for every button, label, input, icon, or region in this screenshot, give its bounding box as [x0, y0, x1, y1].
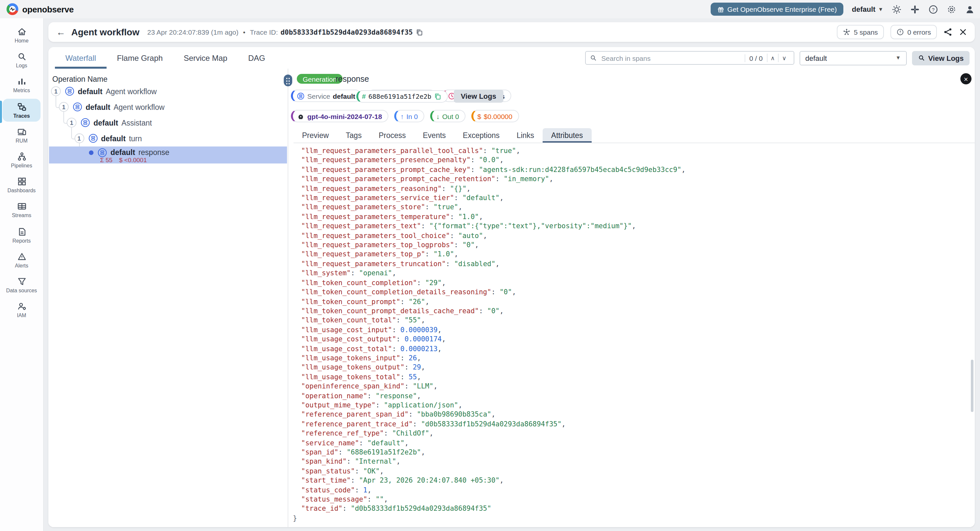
attribute-line: "output_mime_type": "application/json",: [293, 400, 975, 410]
openobserve-logo[interactable]: openobserve: [6, 3, 73, 15]
sidebar-item-reports[interactable]: Reports: [3, 223, 41, 246]
user-avatar-icon[interactable]: [965, 4, 975, 14]
sidebar-item-label: RUM: [16, 138, 27, 144]
active-item-accent: [0, 100, 2, 123]
theme-toggle-icon[interactable]: [892, 4, 902, 14]
sidebar-item-pipelines[interactable]: Pipelines: [3, 148, 41, 171]
tab-links[interactable]: Links: [508, 128, 542, 143]
attribute-line: "span_status": "OK",: [293, 466, 975, 476]
sidebar-item-label: Home: [15, 38, 29, 44]
attribute-line: "llm_request_parameters_temperature": "1…: [293, 212, 975, 222]
tab-dag[interactable]: DAG: [238, 47, 275, 69]
span-row[interactable]: 1 default Assistant: [67, 116, 152, 129]
help-icon[interactable]: ?: [928, 4, 938, 14]
dollar-icon: $: [477, 112, 481, 120]
reports-document-icon: [17, 226, 27, 236]
model-name: gpt-4o-mini-2024-07-18: [307, 112, 382, 120]
span-row[interactable]: 1 default turn: [74, 132, 142, 145]
trace-title: Agent workflow: [71, 27, 139, 37]
pipelines-icon: [17, 152, 27, 161]
attribute-line: "span_id": "688e6191a51f2e2b",: [293, 447, 975, 457]
sidebar-item-label: Traces: [13, 113, 30, 119]
span-detail-panel: Generation response × Service default Du…: [288, 69, 975, 527]
tokens-in-value: In 0: [406, 112, 418, 120]
enterprise-button[interactable]: Get OpenObserve Enterprise (Free): [710, 3, 843, 16]
streams-table-icon: [17, 202, 27, 212]
share-icon[interactable]: [943, 27, 953, 37]
sidebar-item-label: Pipelines: [11, 163, 32, 169]
tab-waterfall[interactable]: Waterfall: [55, 47, 107, 69]
settings-gear-icon[interactable]: [947, 4, 956, 14]
search-prev-button[interactable]: ∧: [767, 54, 778, 62]
span-type-icon: [97, 147, 107, 157]
spans-icon: [843, 28, 851, 36]
cost-chip: $ $0.00000: [471, 110, 519, 122]
token-total: Σ 55: [100, 156, 113, 163]
close-detail-button[interactable]: ×: [960, 73, 972, 85]
search-next-button[interactable]: ∨: [778, 54, 789, 62]
chevron-down-icon: ▼: [896, 55, 901, 61]
span-row[interactable]: 1 default Agent workflow: [51, 85, 157, 98]
org-selector[interactable]: default ▼: [852, 5, 883, 13]
span-row-selected[interactable]: default response Σ 55 $ <0.0001: [49, 147, 287, 163]
org-selector-value: default: [852, 5, 875, 13]
tab-exceptions[interactable]: Exceptions: [454, 128, 508, 143]
sidebar-item-home[interactable]: Home: [3, 24, 41, 46]
sidebar-item-iam[interactable]: IAM: [3, 298, 41, 321]
tab-preview[interactable]: Preview: [294, 128, 337, 143]
span-search-box: 0 / 0 ∧ ∨: [585, 51, 794, 65]
tab-service-map[interactable]: Service Map: [173, 47, 238, 69]
attribute-line: "llm_request_parameters_prompt_cache_key…: [293, 165, 975, 174]
tokens-in-chip: ↑ In 0: [395, 110, 425, 122]
leaf-span-dot: [89, 150, 94, 155]
sidebar-item-data-sources[interactable]: Data sources: [3, 273, 41, 296]
attributes-json-view[interactable]: "llm_request_parameters_parallel_tool_ca…: [288, 143, 975, 527]
tab-events[interactable]: Events: [415, 128, 454, 143]
attribute-line: "llm_request_parameters_store": "true",: [293, 203, 975, 212]
logs-search-icon: [17, 52, 27, 61]
tab-process[interactable]: Process: [370, 128, 414, 143]
panel-drag-handle[interactable]: [284, 75, 292, 86]
copy-icon[interactable]: [434, 92, 441, 100]
search-in-spans-input[interactable]: [600, 53, 745, 62]
sidebar-item-alerts[interactable]: Alerts: [3, 248, 41, 271]
detail-tabs: Preview Tags Process Events Exceptions L…: [294, 128, 975, 143]
service-icon: [297, 92, 305, 100]
span-type-icon: [73, 102, 83, 112]
sidebar-item-metrics[interactable]: Metrics: [3, 73, 41, 96]
attribute-line: "status_message": "",: [293, 494, 975, 504]
chip-label: Service: [307, 92, 330, 100]
copy-icon[interactable]: [416, 29, 423, 36]
close-icon[interactable]: [959, 28, 967, 36]
sidebar-item-label: Reports: [13, 238, 31, 244]
view-logs-button[interactable]: View Logs: [912, 51, 970, 65]
tab-flame-graph[interactable]: Flame Graph: [107, 47, 173, 69]
errors-count-badge[interactable]: 0 errors: [891, 25, 937, 39]
sidebar-item-rum[interactable]: RUM: [3, 124, 41, 147]
hash-icon: #: [362, 92, 366, 100]
scrollbar-thumb[interactable]: [971, 360, 974, 412]
attribute-line: "status_code": 1,: [293, 485, 975, 494]
spans-count-badge[interactable]: 5 spans: [837, 25, 884, 39]
back-button[interactable]: ←: [56, 27, 65, 37]
sidebar-item-logs[interactable]: Logs: [3, 48, 41, 71]
operation-name-header: Operation Name: [52, 75, 108, 83]
alerts-warning-icon: [17, 252, 27, 261]
span-row[interactable]: 1 default Agent workflow: [59, 100, 164, 113]
attribute-line: "llm_request_parameters_top_p": "1.0",: [293, 249, 975, 259]
view-logs-label: View Logs: [928, 54, 964, 62]
error-alert-icon: [896, 28, 904, 36]
slack-icon[interactable]: [910, 4, 920, 14]
tab-tags[interactable]: Tags: [337, 128, 371, 143]
attribute-line: "reference_parent_span_id": "bba0b98690b…: [293, 410, 975, 419]
sidebar-item-traces[interactable]: Traces: [3, 99, 41, 121]
sidebar-item-streams[interactable]: Streams: [3, 198, 41, 222]
stream-selector[interactable]: default ▼: [800, 51, 907, 65]
sidebar-item-label: IAM: [17, 313, 26, 319]
span-view-logs-button[interactable]: View Logs: [454, 89, 503, 103]
spans-count-label: 5 spans: [854, 28, 878, 36]
span-service: default: [101, 134, 126, 142]
tab-attributes[interactable]: Attributes: [542, 128, 591, 143]
sidebar-item-dashboards[interactable]: Dashboards: [3, 173, 41, 196]
span-operation: response: [138, 148, 169, 156]
